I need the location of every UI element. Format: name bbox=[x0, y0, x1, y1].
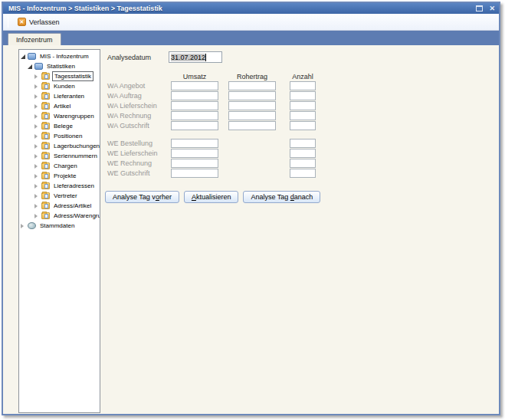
folder-icon bbox=[41, 192, 50, 199]
we-bestellung-anzahl-input[interactable] bbox=[290, 139, 316, 148]
folder-icon bbox=[41, 113, 50, 120]
folder-icon bbox=[41, 83, 50, 90]
expand-arrow-icon[interactable] bbox=[34, 164, 41, 169]
we-rechnung-anzahl-input[interactable] bbox=[290, 159, 316, 168]
wa-lieferschein-anzahl-input[interactable] bbox=[290, 101, 316, 110]
tree-item-label: Positionen bbox=[52, 132, 84, 140]
wa-rechnung-anzahl-input[interactable] bbox=[290, 111, 316, 120]
expand-arrow-icon[interactable] bbox=[34, 114, 41, 119]
folder-icon bbox=[41, 133, 50, 139]
row-label: WE Rechnung bbox=[107, 159, 152, 167]
expand-arrow-icon[interactable] bbox=[34, 214, 41, 218]
wa-angebot-rohertrag-input[interactable] bbox=[228, 81, 276, 90]
verlassen-button[interactable]: ✕ Verlassen bbox=[12, 15, 65, 28]
expand-arrow-icon[interactable] bbox=[34, 94, 41, 99]
wa-gutschrift-umsatz-input[interactable] bbox=[171, 121, 218, 130]
exit-x-icon: ✕ bbox=[18, 18, 26, 26]
tab-strip: Infozentrum bbox=[3, 31, 499, 45]
tree-item-belege[interactable]: Belege bbox=[19, 121, 100, 131]
wa-rechnung-rohertrag-input[interactable] bbox=[228, 111, 276, 120]
expand-arrow-icon[interactable] bbox=[34, 184, 41, 189]
toolbar-gripper bbox=[8, 16, 8, 28]
analyse-tag-danach-button[interactable]: Analyse Tag danach bbox=[243, 191, 320, 203]
tree-item-label: Lieferadressen bbox=[52, 182, 96, 190]
form-row-wa-angebot: WA Angebot bbox=[107, 81, 322, 91]
expand-arrow-icon[interactable] bbox=[34, 174, 41, 179]
wa-auftrag-rohertrag-input[interactable] bbox=[228, 91, 276, 100]
tree-item-lieferadressen[interactable]: Lieferadressen bbox=[19, 181, 100, 191]
tree-item-vertreter[interactable]: Vertreter bbox=[19, 191, 100, 201]
aktualisieren-button[interactable]: Aktualisieren bbox=[184, 191, 239, 203]
tree-item-adress-artikel[interactable]: Adress/Artikel bbox=[19, 201, 100, 211]
expand-arrow-icon[interactable] bbox=[34, 204, 41, 208]
column-header-anzahl: Anzahl bbox=[290, 73, 316, 80]
tree-item-adress-warengruppen[interactable]: Adress/Warengruppen bbox=[19, 211, 100, 221]
tree-item-statistiken[interactable]: Statistiken bbox=[19, 61, 100, 71]
row-label: WA Lieferschein bbox=[107, 102, 157, 110]
tree-item-positionen[interactable]: Positionen bbox=[19, 131, 100, 141]
expand-arrow-icon[interactable] bbox=[21, 54, 28, 59]
window-controls: ✕ bbox=[476, 5, 495, 11]
form-row-wa-lieferschein: WA Lieferschein bbox=[107, 101, 322, 111]
wa-gutschrift-anzahl-input[interactable] bbox=[290, 121, 316, 130]
restore-window-icon[interactable] bbox=[476, 5, 483, 11]
tree-item-kunden[interactable]: Kunden bbox=[19, 81, 100, 91]
button-label-post: ktualisieren bbox=[196, 193, 231, 201]
tree-item-mis-infozentrum[interactable]: MIS - Infozentrum bbox=[19, 51, 100, 61]
tree-item-projekte[interactable]: Projekte bbox=[19, 171, 100, 181]
form-row-we-gutschrift: WE Gutschrift bbox=[107, 169, 322, 179]
form-row-wa-rechnung: WA Rechnung bbox=[107, 111, 322, 121]
tab-infozentrum[interactable]: Infozentrum bbox=[8, 33, 61, 45]
tree-item-chargen[interactable]: Chargen bbox=[19, 161, 100, 171]
tree-item-label: Stammdaten bbox=[38, 221, 76, 230]
tree-item-label: Tagesstatistik bbox=[52, 71, 93, 81]
wa-rechnung-umsatz-input[interactable] bbox=[171, 111, 218, 120]
we-bestellung-umsatz-input[interactable] bbox=[171, 139, 218, 148]
title-bar: MIS - Infozentrum > Statistiken > Tagess… bbox=[3, 3, 499, 14]
folder-icon bbox=[41, 202, 50, 209]
column-header-rohertrag: Rohertrag bbox=[228, 73, 276, 80]
analyse-tag-vorher-button[interactable]: Analyse Tag vorher bbox=[105, 191, 179, 203]
we-lieferschein-umsatz-input[interactable] bbox=[171, 149, 218, 158]
analysis-date-input[interactable]: 31.07.2012 bbox=[169, 51, 222, 63]
expand-arrow-icon[interactable] bbox=[34, 74, 41, 79]
close-icon[interactable]: ✕ bbox=[489, 5, 495, 11]
wa-angebot-anzahl-input[interactable] bbox=[290, 81, 316, 90]
expand-arrow-icon[interactable] bbox=[34, 124, 41, 129]
wa-gutschrift-rohertrag-input[interactable] bbox=[228, 121, 276, 130]
row-label: WE Gutschrift bbox=[107, 169, 150, 177]
folder-icon bbox=[41, 162, 50, 169]
wa-auftrag-anzahl-input[interactable] bbox=[290, 91, 316, 100]
we-rows-group: WE Bestellung WE Lieferschein WE Rechnun… bbox=[107, 139, 322, 179]
tree-item-seriennummern[interactable]: Seriennummern bbox=[19, 151, 100, 161]
tree-item-artikel[interactable]: Artikel bbox=[19, 101, 100, 111]
expand-arrow-icon[interactable] bbox=[34, 104, 41, 109]
we-gutschrift-anzahl-input[interactable] bbox=[290, 169, 316, 178]
wa-auftrag-umsatz-input[interactable] bbox=[171, 91, 218, 100]
tree-item-tagesstatistik[interactable]: Tagesstatistik bbox=[19, 71, 100, 81]
tree-item-lieferanten[interactable]: Lieferanten bbox=[19, 91, 100, 101]
wa-angebot-umsatz-input[interactable] bbox=[171, 81, 218, 90]
tree-item-warengruppen[interactable]: Warengruppen bbox=[19, 111, 100, 121]
row-label: WA Rechnung bbox=[107, 112, 151, 120]
tree-item-stammdaten[interactable]: Stammdaten bbox=[19, 221, 100, 231]
we-lieferschein-anzahl-input[interactable] bbox=[290, 149, 316, 158]
tree-item-lagerbuchungen[interactable]: Lagerbuchungen bbox=[19, 141, 100, 151]
folder-icon bbox=[41, 182, 50, 189]
expand-arrow-icon[interactable] bbox=[28, 64, 34, 69]
expand-arrow-icon[interactable] bbox=[21, 224, 28, 228]
infocenter-node-icon bbox=[34, 63, 43, 70]
expand-arrow-icon[interactable] bbox=[34, 154, 41, 159]
folder-icon bbox=[41, 143, 50, 149]
wa-lieferschein-umsatz-input[interactable] bbox=[171, 101, 218, 110]
expand-arrow-icon[interactable] bbox=[34, 194, 41, 199]
expand-arrow-icon[interactable] bbox=[34, 84, 41, 89]
row-label: WA Angebot bbox=[107, 82, 145, 90]
wa-lieferschein-rohertrag-input[interactable] bbox=[228, 101, 276, 110]
we-rechnung-umsatz-input[interactable] bbox=[171, 159, 218, 168]
navigation-tree: MIS - Infozentrum Statistiken Tagesstati… bbox=[18, 49, 100, 413]
folder-icon bbox=[41, 73, 50, 80]
we-gutschrift-umsatz-input[interactable] bbox=[171, 169, 218, 178]
expand-arrow-icon[interactable] bbox=[34, 144, 41, 149]
expand-arrow-icon[interactable] bbox=[34, 134, 41, 139]
